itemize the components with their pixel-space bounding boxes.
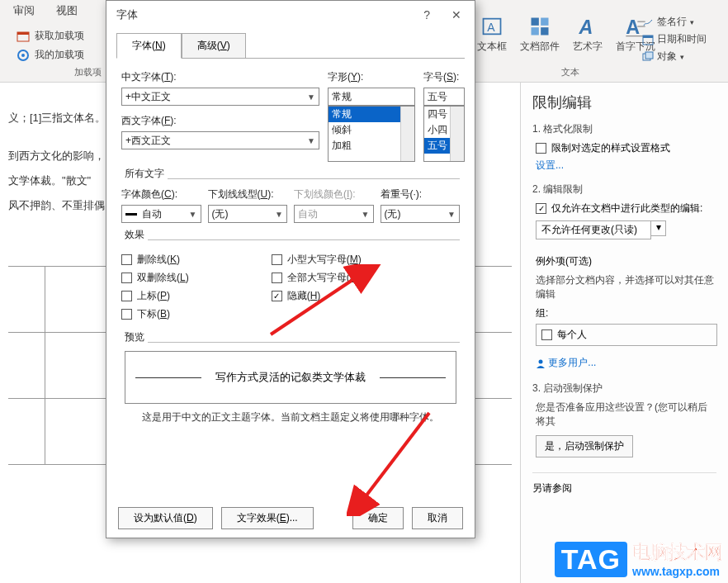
label: 双删除线(L): [137, 271, 189, 285]
chevron-down-icon: ▼: [362, 210, 370, 219]
superscript-checkbox[interactable]: 上标(P): [121, 289, 189, 303]
restrict-editing-pane: 限制编辑 1. 格式化限制 限制对选定的样式设置格式 设置... 2. 编辑限制…: [520, 83, 728, 583]
svg-text:A: A: [487, 21, 495, 34]
svg-rect-9: [541, 27, 548, 35]
wordart-button[interactable]: A 艺术字: [573, 15, 603, 54]
underline-color-label: 下划线颜色(I):: [294, 187, 374, 201]
list-item[interactable]: 常规: [329, 107, 414, 122]
label: 日期和时间: [657, 32, 707, 46]
text-effects-button[interactable]: 文字效果(E)...: [221, 507, 314, 529]
list-item[interactable]: 加粗: [329, 138, 414, 154]
hidden-checkbox[interactable]: 隐藏(H): [272, 289, 362, 303]
effects-legend: 效果: [121, 228, 148, 242]
font-color-label: 字体颜色(C):: [121, 187, 201, 201]
allcaps-checkbox[interactable]: 全部大写字母(A): [272, 271, 362, 285]
cancel-button[interactable]: 取消: [412, 507, 463, 529]
tab-advanced[interactable]: 高级(V): [182, 33, 246, 59]
checkbox-icon: [121, 309, 132, 320]
underline-style-combo[interactable]: (无)▼: [208, 205, 288, 223]
label: 文档部件: [520, 40, 560, 54]
ribbon-tab[interactable]: 视图: [53, 2, 81, 20]
zh-font-combo[interactable]: +中文正文▼: [121, 88, 319, 106]
value: (无): [385, 207, 401, 221]
tab-font[interactable]: 字体(N): [116, 33, 182, 59]
list-item[interactable]: 倾斜: [329, 122, 414, 138]
set-default-button[interactable]: 设为默认值(D): [118, 507, 213, 529]
label: 隐藏(H): [287, 289, 321, 303]
pane-section-1: 1. 格式化限制: [532, 122, 716, 136]
label: 对象: [657, 50, 677, 64]
font-style-list[interactable]: 常规 倾斜 加粗: [328, 106, 415, 162]
pane-section-3: 3. 启动强制保护: [532, 382, 716, 396]
store-icon: [17, 30, 30, 43]
chevron-down-icon: ▼: [307, 92, 315, 102]
ribbon-group-label: 文本: [561, 66, 579, 78]
get-addins-button[interactable]: 获取加载项: [12, 26, 89, 45]
edit-restrict-checkbox[interactable]: 仅允许在文档中进行此类型的编辑:: [536, 201, 716, 216]
west-font-combo[interactable]: +西文正文▼: [121, 131, 319, 149]
format-restrict-checkbox[interactable]: 限制对选定的样式设置格式: [536, 141, 716, 155]
label: 限制对选定的样式设置格式: [551, 141, 670, 155]
label: 每个人: [557, 328, 587, 342]
ok-button[interactable]: 确定: [352, 507, 404, 529]
label: 文本框: [477, 40, 507, 54]
my-addins-button[interactable]: 我的加载项: [12, 45, 89, 64]
settings-link[interactable]: 设置...: [536, 159, 716, 173]
value: 五号: [428, 90, 447, 104]
font-dialog: 字体 ? ✕ 字体(N) 高级(V) 中文字体(T): +中文正文▼ 西文字体(…: [106, 0, 475, 538]
more-users-link[interactable]: 更多用户...: [536, 356, 716, 370]
smallcaps-checkbox[interactable]: 小型大写字母(M): [272, 253, 362, 267]
ribbon-text-group: A 文本框 文档部件 A 艺术字 A 首字下沉: [477, 15, 655, 54]
font-color-combo[interactable]: 自动▼: [121, 205, 201, 223]
datetime-button[interactable]: 日期和时间: [642, 32, 707, 46]
preview-note: 这是用于中文的正文主题字体。当前文档主题定义将使用哪种字体。: [121, 410, 460, 424]
value: 自动: [298, 207, 318, 221]
font-size-list[interactable]: 四号 小四 五号: [423, 106, 465, 162]
signature-button[interactable]: 签名行 ▾: [642, 15, 707, 29]
value: 常规: [332, 90, 352, 104]
list-item[interactable]: 小四: [424, 122, 464, 138]
emphasis-combo[interactable]: (无)▼: [381, 205, 461, 223]
svg-text:A: A: [579, 17, 593, 38]
chevron-down-icon[interactable]: ▾: [651, 220, 666, 236]
label: 签名行: [657, 15, 687, 29]
object-button[interactable]: 对象 ▾: [642, 50, 707, 64]
label: 删除线(K): [137, 253, 180, 267]
ribbon-text-group-right: 签名行 ▾ 日期和时间 对象 ▾: [642, 15, 707, 64]
ribbon-tab[interactable]: 审阅: [10, 2, 38, 20]
textbox-button[interactable]: A 文本框: [477, 15, 507, 54]
svg-rect-16: [643, 36, 653, 38]
checkbox-icon: [272, 254, 282, 265]
checkbox-icon: [541, 329, 552, 340]
double-strike-checkbox[interactable]: 双删除线(L): [121, 271, 189, 285]
parts-button[interactable]: 文档部件: [520, 15, 560, 54]
everyone-checkbox[interactable]: 每个人: [536, 324, 717, 346]
font-style-input[interactable]: 常规: [328, 88, 415, 106]
emphasis-label: 着重号(·):: [381, 187, 461, 201]
close-button[interactable]: ✕: [447, 8, 466, 21]
subscript-checkbox[interactable]: 下标(B): [121, 307, 189, 321]
font-size-input[interactable]: 五号: [423, 88, 465, 106]
signature-icon: [642, 17, 654, 28]
list-item[interactable]: 四号: [424, 107, 464, 122]
strike-checkbox[interactable]: 删除线(K): [121, 253, 189, 267]
pane-title: 限制编辑: [532, 92, 716, 112]
restriction-select[interactable]: 不允许任何更改(只读): [536, 220, 651, 239]
pane-section-2: 2. 编辑限制: [532, 182, 716, 197]
svg-rect-7: [541, 18, 548, 26]
list-item[interactable]: 五号: [424, 138, 464, 154]
get-addins-label: 获取加载项: [35, 29, 84, 43]
label: 更多用户...: [548, 357, 596, 368]
checkbox-icon: [272, 273, 282, 283]
value: +中文正文: [125, 90, 171, 104]
ribbon-group-label: 加载项: [74, 66, 102, 78]
svg-point-19: [539, 359, 543, 363]
label: 全部大写字母(A): [287, 271, 360, 285]
parts-icon: [528, 15, 551, 38]
preview-legend: 预览: [121, 330, 148, 344]
help-button[interactable]: ?: [418, 8, 435, 21]
checkbox-icon: [536, 143, 546, 154]
watermark-url: www.tagxp.com: [632, 565, 723, 578]
label: 上标(P): [137, 289, 170, 303]
enforce-button[interactable]: 是，启动强制保护: [536, 435, 633, 457]
